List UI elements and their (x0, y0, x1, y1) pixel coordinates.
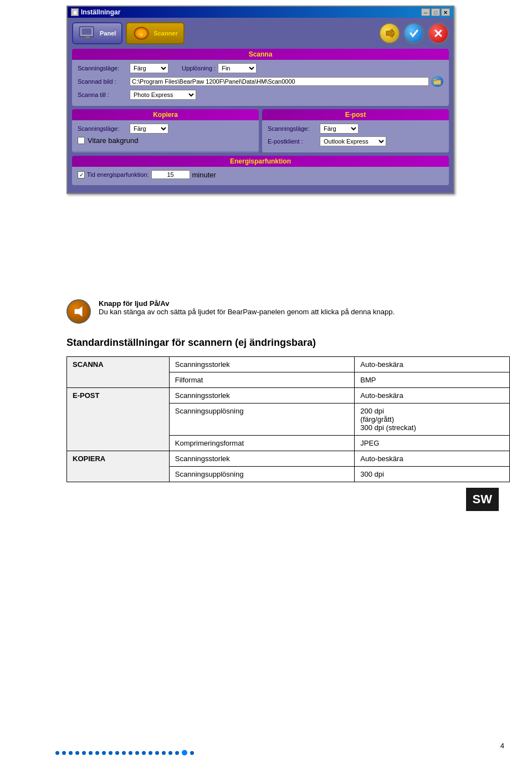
dot-20 (190, 751, 194, 755)
dot-14 (142, 751, 146, 755)
scannad-bild-input[interactable] (130, 77, 429, 86)
energi-tid-label: Tid energisparfunktion: (87, 171, 149, 178)
svg-rect-2 (85, 37, 89, 38)
dot-decoration (55, 750, 477, 755)
panel-button[interactable]: Panel (72, 22, 122, 44)
table-value: JPEG (355, 436, 510, 451)
energi-body: ✓ Tid energisparfunktion: minuter (72, 167, 449, 185)
table-row: KOPIERAScanningsstorlekAuto-beskära (67, 451, 510, 467)
maximize-button[interactable]: □ (431, 8, 440, 16)
scannad-bild-label: Scannad bild : (78, 78, 127, 85)
scanningsläge-select[interactable]: Färg (130, 63, 168, 73)
table-feature: Scanningsstorlek (169, 451, 355, 467)
table-row: E-POSTScanningsstorlekAuto-beskära (67, 388, 510, 404)
epost-section: E-post Scanningsläge: Färg E-postklient … (262, 109, 449, 152)
window-icon: 🖥 (71, 8, 79, 16)
folder-button[interactable] (431, 76, 443, 87)
energi-header: Energisparfunktion (72, 156, 449, 167)
epost-header: E-post (262, 109, 449, 120)
svg-rect-3 (84, 38, 91, 39)
standards-heading: Standardinställningar för scannern (ej ä… (66, 337, 510, 349)
sound-text: Knapp för ljud På/Av Du kan stänga av oc… (99, 299, 395, 316)
table-value: Auto-beskära (355, 451, 510, 467)
upplösning-select[interactable]: Fin (218, 63, 257, 73)
energi-row: ✓ Tid energisparfunktion: minuter (78, 170, 443, 179)
dot-3 (69, 751, 73, 755)
close-button[interactable]: ✕ (441, 8, 450, 16)
dot-19 (175, 751, 179, 755)
vitare-checkbox[interactable] (78, 137, 85, 144)
table-feature: Scanningsupplösning (169, 467, 355, 482)
energi-checkbox[interactable]: ✓ (78, 171, 85, 178)
panel-label: Panel (100, 30, 116, 37)
dot-2 (62, 751, 66, 755)
epost-body: Scanningsläge: Färg E-postklient : Outlo… (262, 120, 449, 152)
dot-1 (55, 751, 59, 755)
kopiera-section: Kopiera Scanningsläge: Färg Vitare bakgr… (72, 109, 259, 152)
window-body: Panel ✋ Scanner (68, 18, 453, 193)
table-category: KOPIERA (67, 451, 170, 482)
table-feature: Scanningsupplösning (169, 404, 355, 436)
epost-scanningsläge-row: Scanningsläge: Färg (268, 124, 443, 134)
energi-section: Energisparfunktion ✓ Tid energisparfunkt… (72, 156, 449, 185)
dot-16 (155, 751, 159, 755)
sound-section: Knapp för ljud På/Av Du kan stänga av oc… (66, 299, 510, 324)
ok-button[interactable] (403, 23, 424, 44)
epostklient-row: E-postklient : Outlook Express (268, 136, 443, 146)
sound-title: Knapp för ljud På/Av (99, 299, 395, 308)
scanna-till-select[interactable]: Photo Express (130, 90, 196, 100)
table-value: BMP (355, 372, 510, 388)
table-feature: Filformat (169, 372, 355, 388)
scanningsläge-label: Scanningsläge: (78, 65, 127, 71)
table-value: 300 dpi (355, 467, 510, 482)
table-value: Auto-beskära (355, 388, 510, 404)
table-feature: Scanningsstorlek (169, 388, 355, 404)
sound-button[interactable] (379, 23, 400, 44)
table-feature: Komprimeringsformat (169, 436, 355, 451)
dot-7 (95, 751, 99, 755)
standards-table: SCANNAScanningsstorlekAuto-beskäraFilfor… (66, 356, 510, 482)
epost-scanningsläge-label: Scanningsläge: (268, 125, 318, 132)
table-row: SCANNAScanningsstorlekAuto-beskära (67, 357, 510, 372)
energi-tid-input[interactable] (151, 170, 190, 179)
epost-scanningsläge-select[interactable]: Färg (320, 124, 359, 134)
sound-icon-large (66, 299, 91, 324)
toolbar: Panel ✋ Scanner (72, 22, 449, 44)
upplösning-label: Upplösning : (182, 65, 216, 71)
sound-description: Du kan stänga av och sätta på ljudet för… (99, 308, 395, 316)
table-category: E-POST (67, 388, 170, 451)
settings-window: 🖥 Inställningar ─ □ ✕ Panel (66, 6, 454, 194)
kopiera-scanningsläge-label: Scanningsläge: (78, 125, 127, 132)
dot-4 (75, 751, 79, 755)
monitor-icon (79, 25, 96, 41)
table-value: 200 dpi (färg/grått) 300 dpi (streckat) (355, 404, 510, 436)
window-title: Inställningar (81, 8, 120, 16)
scanna-till-label: Scanna till : (78, 91, 127, 98)
epostklient-select[interactable]: Outlook Express (320, 136, 386, 146)
scanner-button[interactable]: ✋ Scanner (126, 22, 184, 44)
dot-5 (82, 751, 86, 755)
scanna-body: Scanningsläge: Färg Upplösning : Fin Sca… (72, 60, 449, 106)
svg-marker-12 (74, 306, 83, 317)
scanna-header: Scanna (72, 49, 449, 60)
dot-12 (129, 751, 132, 755)
dot-15 (149, 751, 152, 755)
table-feature: Scanningsstorlek (169, 357, 355, 372)
dot-13 (135, 751, 139, 755)
scanningsläge-row: Scanningsläge: Färg Upplösning : Fin (78, 63, 443, 73)
dot-large (182, 750, 187, 755)
cancel-x-button[interactable] (428, 23, 449, 44)
kopiera-body: Scanningsläge: Färg Vitare bakgrund (72, 120, 259, 151)
sw-badge: SW (466, 488, 499, 511)
svg-marker-7 (386, 29, 392, 38)
minimize-button[interactable]: ─ (421, 8, 430, 16)
kopiera-scanningsläge-select[interactable]: Färg (130, 124, 168, 134)
title-bar-left: 🖥 Inställningar (71, 8, 120, 16)
kopiera-scanningsläge-row: Scanningsläge: Färg (78, 124, 253, 134)
dot-9 (109, 751, 112, 755)
scannad-bild-row: Scannad bild : (78, 76, 443, 87)
page-content: Knapp för ljud På/Av Du kan stänga av oc… (66, 299, 510, 482)
dot-17 (162, 751, 166, 755)
dot-11 (122, 751, 126, 755)
scanna-till-row: Scanna till : Photo Express (78, 90, 443, 100)
